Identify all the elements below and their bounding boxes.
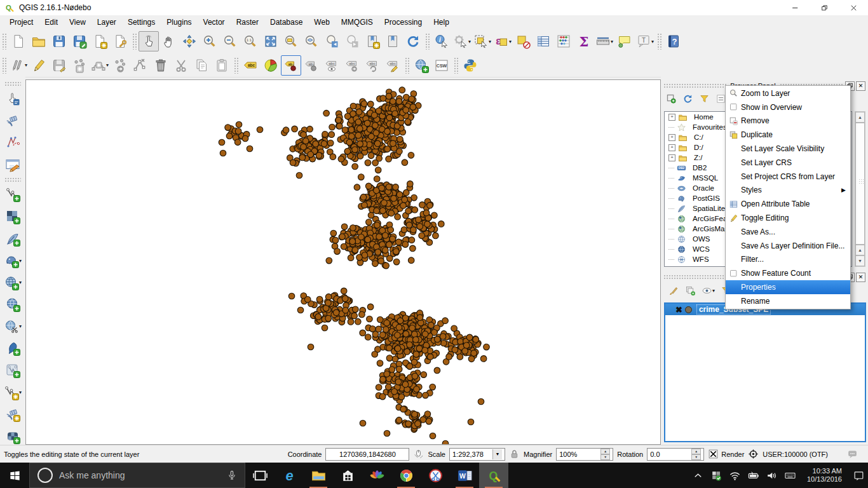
add-spatialite-layer[interactable]: ▾: [2, 271, 24, 294]
browser-scrollbar[interactable]: ▲ ▲ ▼: [855, 111, 865, 267]
add-postgis-layer[interactable]: ▾: [2, 250, 24, 272]
measure[interactable]: ▾: [594, 31, 614, 51]
ctx-open-attribute-table[interactable]: Open Attribute Table: [726, 197, 850, 211]
ctx-duplicate[interactable]: Duplicate: [726, 128, 850, 142]
expand-icon[interactable]: +: [668, 114, 675, 121]
add-oracle-layer[interactable]: [2, 337, 24, 360]
metasearch[interactable]: [411, 55, 431, 76]
menu-help[interactable]: Help: [428, 16, 455, 29]
close-panel-button[interactable]: ✕: [856, 81, 865, 91]
cut-features[interactable]: [171, 55, 191, 76]
add-selected-layers[interactable]: [666, 93, 677, 104]
pan-to-selection[interactable]: [179, 31, 200, 51]
select-features[interactable]: ▾: [472, 31, 492, 51]
mouse-position-icon[interactable]: [413, 449, 424, 459]
zoom-to-selection[interactable]: [281, 31, 301, 51]
spin-up[interactable]: ▲: [691, 449, 701, 454]
filter-browser[interactable]: [699, 93, 710, 104]
messages-bubble-icon[interactable]: [847, 449, 858, 459]
save-layer-edits[interactable]: [49, 55, 69, 76]
copy-features[interactable]: [191, 55, 212, 76]
save-project[interactable]: [49, 31, 69, 51]
tray-hidden-icons-chevron[interactable]: [691, 468, 705, 482]
tray-sync-status[interactable]: [710, 468, 724, 482]
add-group[interactable]: [685, 285, 696, 296]
ctx-set-layer-scale-visibility[interactable]: Set Layer Scale Visibility: [726, 142, 850, 156]
ctx-styles[interactable]: Styles▶: [726, 184, 850, 198]
taskbar-nbc-app[interactable]: [362, 463, 391, 488]
pin-unpin-labels[interactable]: ab: [281, 55, 301, 76]
layer-styling[interactable]: [668, 285, 679, 296]
user-crs-text[interactable]: USER:100000 (OTF): [763, 451, 828, 458]
ctx-remove[interactable]: Remove: [726, 114, 850, 128]
scroll-up-button2[interactable]: ▲: [855, 245, 865, 255]
new-project[interactable]: [8, 31, 29, 51]
expand-icon[interactable]: +: [668, 144, 675, 151]
map-tips[interactable]: [614, 31, 635, 51]
refresh-browser[interactable]: [682, 93, 693, 104]
menu-processing[interactable]: Processing: [379, 16, 428, 29]
restore-button[interactable]: [810, 0, 839, 15]
composer-manager[interactable]: [110, 31, 130, 51]
text-annotation[interactable]: T▾: [635, 31, 655, 51]
pan-map[interactable]: [159, 31, 179, 51]
manage-visibility[interactable]: ▾: [702, 285, 715, 296]
toggle-editing[interactable]: [29, 55, 49, 76]
ctx-properties[interactable]: Properties: [726, 280, 850, 294]
open-attribute-table[interactable]: [533, 31, 553, 51]
new-shapefile-layer[interactable]: ▾: [2, 381, 24, 403]
menu-database[interactable]: Database: [264, 16, 308, 29]
spin-down[interactable]: ▼: [600, 454, 610, 460]
crs-status-icon[interactable]: [748, 449, 759, 459]
lock-scale-icon[interactable]: [509, 449, 520, 459]
menu-web[interactable]: Web: [308, 16, 335, 29]
menu-mmqgis[interactable]: MMQGIS: [336, 16, 379, 29]
ctx-save-as[interactable]: Save As...: [726, 225, 850, 239]
task-view-button[interactable]: [245, 463, 275, 488]
form-annotation[interactable]: [2, 154, 24, 176]
touch-zoom-and-pan[interactable]: [139, 31, 159, 51]
trace-digitize[interactable]: [2, 132, 24, 154]
add-db2-layer[interactable]: [2, 425, 24, 447]
ctx-toggle-editing[interactable]: Toggle Editing: [726, 211, 850, 225]
scroll-up-button[interactable]: ▲: [855, 112, 865, 123]
deselect-all[interactable]: [513, 31, 533, 51]
add-wms-layer[interactable]: [2, 294, 24, 316]
select-by-expression[interactable]: ε▾: [492, 31, 513, 51]
start-button[interactable]: [0, 463, 29, 488]
menu-project[interactable]: Project: [4, 16, 39, 29]
add-delimited-text-layer[interactable]: [2, 227, 24, 250]
action-center-button[interactable]: [851, 468, 865, 482]
open-project[interactable]: [29, 31, 49, 51]
tray-wifi[interactable]: [728, 468, 742, 482]
taskbar-microsoft-edge[interactable]: e: [275, 463, 304, 488]
gps-information[interactable]: [2, 109, 24, 132]
ctx-rename[interactable]: Rename: [726, 294, 850, 308]
expand-icon[interactable]: +: [668, 154, 675, 161]
refresh-map[interactable]: [403, 31, 423, 51]
scale-combo[interactable]: 1:292,378▼: [449, 448, 505, 461]
add-virtual-layer[interactable]: [2, 360, 24, 382]
show-statistics[interactable]: Σ: [574, 31, 594, 51]
current-edits[interactable]: ▾: [8, 55, 29, 76]
save-project-as[interactable]: [69, 31, 90, 51]
new-bookmark[interactable]: [362, 31, 383, 51]
ctx-zoom-to-layer[interactable]: Zoom to Layer: [726, 86, 850, 100]
python-console[interactable]: [460, 55, 480, 76]
toolbar-handle[interactable]: [4, 81, 21, 86]
scroll-down-button[interactable]: ▼: [855, 255, 865, 266]
tray-touch-keyboard[interactable]: [783, 468, 797, 482]
tray-volume[interactable]: [765, 468, 779, 482]
map-canvas[interactable]: [25, 79, 661, 445]
zoom-out[interactable]: [220, 31, 240, 51]
expand-icon[interactable]: +: [668, 134, 675, 141]
add-raster-layer[interactable]: [2, 206, 24, 228]
zoom-in[interactable]: [200, 31, 220, 51]
menu-layer[interactable]: Layer: [92, 16, 122, 29]
toolbar-handle[interactable]: [2, 57, 6, 74]
csw-catalog[interactable]: CSW: [431, 55, 452, 76]
touch-configuration[interactable]: [2, 88, 24, 110]
spin-down[interactable]: ▼: [691, 454, 701, 460]
ctx-filter[interactable]: Filter...: [726, 253, 850, 267]
zoom-last[interactable]: [322, 31, 342, 51]
